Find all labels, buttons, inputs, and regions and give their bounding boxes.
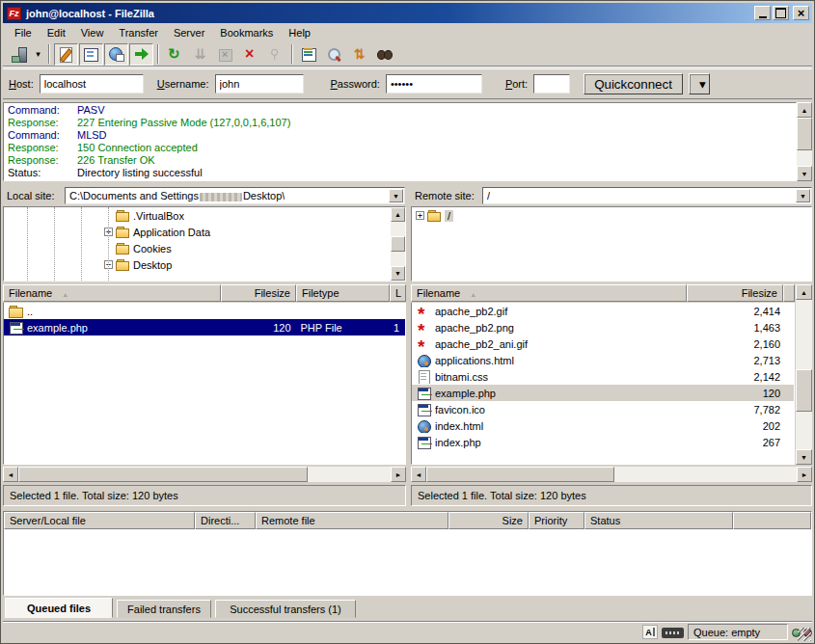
site-manager-button[interactable] bbox=[7, 43, 31, 66]
column-size[interactable]: Size bbox=[448, 512, 529, 529]
scrollbar-thumb[interactable] bbox=[797, 118, 812, 150]
scrollbar-thumb[interactable] bbox=[391, 236, 405, 252]
remote-list-hscrollbar[interactable] bbox=[411, 467, 812, 482]
refresh-button[interactable] bbox=[163, 43, 187, 66]
column-filename[interactable]: Filename bbox=[3, 284, 221, 302]
toggle-local-tree-button[interactable] bbox=[79, 43, 103, 66]
scroll-down-icon[interactable] bbox=[391, 266, 405, 281]
tree-item[interactable]: Cookies bbox=[4, 240, 405, 256]
tree-item[interactable]: − Desktop bbox=[4, 256, 405, 273]
file-row[interactable]: apache_pb2_ani.gif 2,160 bbox=[412, 335, 794, 352]
menu-server[interactable]: Server bbox=[166, 25, 212, 40]
file-row[interactable]: apache_pb2.gif 2,414 bbox=[412, 303, 794, 319]
file-row[interactable]: .. bbox=[4, 303, 405, 319]
tab-failed-transfers[interactable]: Failed transfers bbox=[117, 600, 211, 618]
username-input[interactable] bbox=[215, 74, 304, 94]
file-row[interactable]: bitnami.css 2,142 bbox=[412, 368, 794, 385]
title-bar[interactable]: Fz john@localhost - FileZilla bbox=[3, 3, 812, 23]
scroll-up-icon[interactable] bbox=[797, 102, 812, 118]
menu-edit[interactable]: Edit bbox=[40, 25, 73, 40]
transfer-queue[interactable]: Server/Local file Directi... Remote file… bbox=[3, 511, 812, 596]
local-tree-scrollbar[interactable] bbox=[391, 207, 405, 281]
tree-item[interactable]: + Application Data bbox=[4, 224, 405, 240]
column-remote-file[interactable]: Remote file bbox=[256, 512, 448, 529]
file-row[interactable]: index.html 202 bbox=[412, 417, 794, 434]
directory-comparison-button[interactable] bbox=[322, 43, 346, 66]
process-queue-button[interactable] bbox=[188, 43, 212, 66]
toggle-queue-button[interactable] bbox=[129, 43, 153, 66]
menu-help[interactable]: Help bbox=[281, 25, 318, 40]
reconnect-button[interactable] bbox=[263, 43, 287, 66]
find-files-button[interactable] bbox=[372, 43, 396, 66]
local-file-list[interactable]: .. example.php 120 PHP File 1 bbox=[3, 303, 406, 465]
log-line: Response:150 Connection accepted bbox=[8, 142, 796, 154]
menu-view[interactable]: View bbox=[73, 25, 112, 40]
menu-bookmarks[interactable]: Bookmarks bbox=[212, 25, 281, 40]
scroll-down-icon[interactable] bbox=[797, 166, 812, 181]
speed-limits-icon[interactable] bbox=[662, 628, 684, 638]
quickconnect-button[interactable]: Quickconnect bbox=[584, 73, 683, 94]
combo-dropdown-icon[interactable] bbox=[389, 189, 403, 202]
site-manager-dropdown[interactable] bbox=[32, 43, 44, 66]
synchronized-browsing-button[interactable] bbox=[347, 43, 371, 66]
column-status[interactable]: Status bbox=[584, 512, 733, 529]
scroll-up-icon[interactable] bbox=[391, 207, 405, 222]
resize-grip[interactable] bbox=[798, 628, 811, 641]
host-input[interactable] bbox=[40, 74, 144, 94]
remote-site-combobox[interactable]: / bbox=[482, 187, 812, 204]
column-last-modified[interactable]: L bbox=[390, 284, 406, 302]
remote-file-list[interactable]: apache_pb2.gif 2,414 apache_pb2.png 1,46… bbox=[411, 303, 795, 465]
scroll-right-icon[interactable] bbox=[391, 467, 406, 482]
scroll-left-icon[interactable] bbox=[3, 467, 18, 482]
minimize-button[interactable] bbox=[754, 6, 771, 20]
close-button[interactable] bbox=[793, 6, 809, 20]
column-filename[interactable]: Filename bbox=[411, 284, 687, 302]
cancel-button[interactable] bbox=[213, 43, 237, 66]
transfer-type-icon[interactable]: A bbox=[642, 625, 658, 639]
scrollbar-thumb[interactable] bbox=[18, 467, 308, 482]
remote-directory-tree[interactable]: + / bbox=[411, 206, 812, 282]
column-server-local-file[interactable]: Server/Local file bbox=[4, 512, 195, 529]
remote-tree-icon bbox=[108, 46, 124, 63]
file-row[interactable]: applications.html 2,713 bbox=[412, 352, 794, 368]
port-input[interactable] bbox=[533, 74, 570, 94]
file-row[interactable]: favicon.ico 7,782 bbox=[412, 401, 794, 417]
menu-file[interactable]: File bbox=[7, 25, 40, 40]
disconnect-button[interactable] bbox=[238, 43, 262, 66]
tree-expander[interactable]: + bbox=[416, 211, 424, 220]
toggle-message-log-button[interactable] bbox=[54, 43, 78, 66]
scroll-right-icon[interactable] bbox=[797, 467, 812, 482]
quickconnect-dropdown[interactable]: ▾ bbox=[689, 73, 710, 94]
toggle-remote-tree-button[interactable] bbox=[104, 43, 128, 66]
combo-dropdown-icon[interactable] bbox=[796, 189, 810, 202]
remote-list-scrollbar[interactable] bbox=[796, 284, 812, 465]
column-filesize[interactable]: Filesize bbox=[687, 284, 783, 302]
column-priority[interactable]: Priority bbox=[529, 512, 584, 529]
scroll-down-icon[interactable] bbox=[796, 449, 812, 465]
file-row[interactable]: apache_pb2.png 1,463 bbox=[412, 319, 794, 335]
local-list-hscrollbar[interactable] bbox=[3, 467, 406, 482]
status-bar: A Queue: empty bbox=[3, 621, 812, 642]
column-filesize[interactable]: Filesize bbox=[221, 284, 296, 302]
file-row-selected[interactable]: example.php 120 PHP File 1 bbox=[4, 319, 405, 335]
local-site-combobox[interactable]: C:\Documents and SettingsDesktop\ bbox=[65, 187, 405, 204]
file-name: favicon.ico bbox=[435, 404, 485, 416]
password-input[interactable] bbox=[386, 74, 482, 94]
local-directory-tree[interactable]: .VirtualBox + Application Data Cookies −… bbox=[3, 206, 406, 282]
tree-item[interactable]: .VirtualBox bbox=[4, 207, 405, 224]
tree-item[interactable]: + / bbox=[412, 207, 811, 224]
menu-transfer[interactable]: Transfer bbox=[111, 25, 166, 40]
column-direction[interactable]: Directi... bbox=[195, 512, 256, 529]
directory-filters-button[interactable] bbox=[297, 43, 321, 66]
tab-successful-transfers[interactable]: Successful transfers (1) bbox=[215, 600, 356, 618]
scroll-up-icon[interactable] bbox=[796, 284, 812, 300]
scrollbar-thumb[interactable] bbox=[426, 467, 614, 482]
file-row[interactable]: index.php 267 bbox=[412, 434, 794, 450]
file-row-selected[interactable]: example.php 120 bbox=[412, 385, 794, 401]
column-filetype[interactable]: Filetype bbox=[296, 284, 390, 302]
tab-queued-files[interactable]: Queued files bbox=[5, 598, 113, 618]
log-scrollbar[interactable] bbox=[797, 102, 812, 181]
scroll-left-icon[interactable] bbox=[411, 467, 426, 482]
scrollbar-thumb[interactable] bbox=[796, 369, 812, 412]
maximize-button[interactable] bbox=[773, 6, 789, 20]
